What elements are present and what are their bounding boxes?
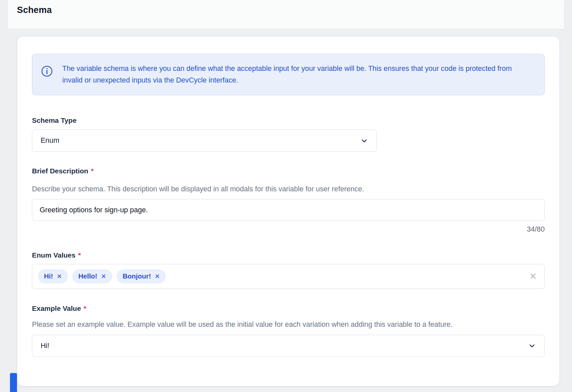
enum-values-label-text: Enum Values <box>32 251 76 259</box>
character-counter: 34/80 <box>32 225 545 234</box>
enum-tag-label: Hello! <box>78 272 97 280</box>
description-helper-text: Describe your schema. This description w… <box>32 185 545 193</box>
tag-remove-icon[interactable]: ✕ <box>101 273 106 280</box>
schema-type-select[interactable]: Enum <box>32 129 377 152</box>
schema-type-value: Enum <box>41 136 59 145</box>
example-value-select[interactable]: Hi! <box>32 335 545 357</box>
enum-values-label: Enum Values * <box>32 251 545 259</box>
tag-remove-icon[interactable]: ✕ <box>155 273 160 280</box>
schema-type-label: Schema Type <box>32 116 545 124</box>
page-title: Schema <box>17 5 564 15</box>
info-icon <box>41 65 53 79</box>
example-value-value: Hi! <box>41 342 49 350</box>
example-value-label: Example Value * <box>32 304 545 312</box>
required-asterisk: * <box>84 304 86 312</box>
page-header: Schema <box>8 0 564 29</box>
description-label: Brief Description * <box>32 167 545 175</box>
required-asterisk: * <box>91 167 94 175</box>
required-asterisk: * <box>78 251 81 259</box>
example-value-label-text: Example Value <box>32 304 81 312</box>
enum-tag-label: Hi! <box>44 272 53 280</box>
info-banner: The variable schema is where you can def… <box>32 54 545 95</box>
chevron-down-icon <box>360 137 368 145</box>
schema-type-label-text: Schema Type <box>32 116 77 124</box>
tag-remove-icon[interactable]: ✕ <box>57 273 62 280</box>
enum-tag: Hello! ✕ <box>72 269 112 284</box>
clear-field-icon[interactable]: ✕ <box>529 272 537 281</box>
chat-launcher-button[interactable] <box>10 373 17 392</box>
example-value-helper-text: Please set an example value. Example val… <box>32 320 545 329</box>
enum-values-field[interactable]: Hi! ✕ Hello! ✕ Bonjour! ✕ ✕ <box>32 264 545 289</box>
schema-form-card: The variable schema is where you can def… <box>17 37 559 386</box>
enum-tag: Bonjour! ✕ <box>117 269 166 284</box>
info-banner-text: The variable schema is where you can def… <box>62 63 532 86</box>
description-label-text: Brief Description <box>32 167 88 175</box>
chevron-down-icon <box>528 342 536 350</box>
enum-tag-label: Bonjour! <box>123 272 151 280</box>
enum-tag: Hi! ✕ <box>38 269 68 284</box>
description-input[interactable] <box>32 199 545 221</box>
